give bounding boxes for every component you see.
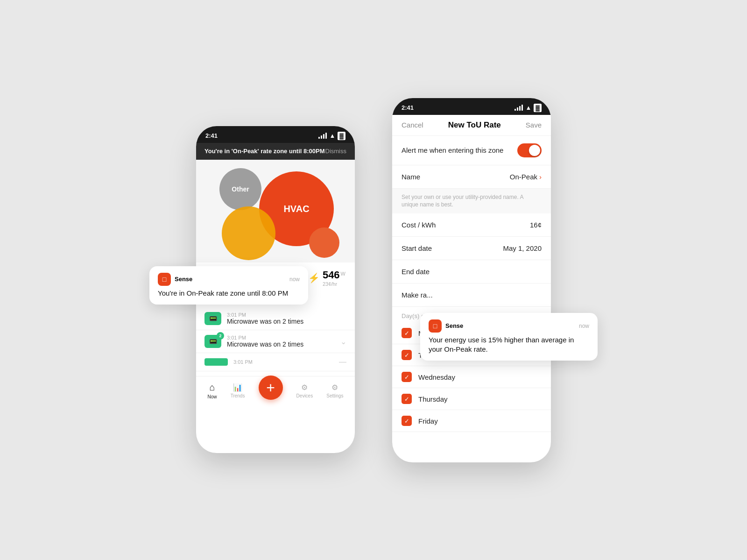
tuesday-checkbox: ✓ <box>402 350 412 360</box>
home-value: 546 <box>323 269 340 281</box>
minus-icon-3: — <box>339 358 346 366</box>
notification-card-1: □ Sense now You're in On-Peak rate zone … <box>149 266 308 305</box>
day-friday[interactable]: ✓ Friday <box>392 410 551 432</box>
nav-trends[interactable]: 📊 Trends <box>231 383 245 398</box>
peak-banner: You're in 'On-Peak' rate zone until 8:00… <box>196 143 355 160</box>
notif-appname-1: Sense <box>175 276 286 283</box>
status-bar-right: 2:41 ▲ ▓ <box>392 98 551 115</box>
cost-label: Cost / kWh <box>402 221 436 229</box>
thursday-label: Thursday <box>418 395 448 403</box>
end-label: End date <box>402 268 430 276</box>
activity-item-2[interactable]: 📟 2 3:01 PM Microwave was on 2 times ⌄ <box>196 330 355 353</box>
bubble-chart: HVAC Other <box>196 160 355 262</box>
devices-icon: ⚙ <box>301 383 308 392</box>
end-date-row[interactable]: End date <box>392 260 551 284</box>
main-container: 2:41 ▲ ▓ You're in 'On-Peak' rate zone u… <box>196 98 551 462</box>
activity-text-1: Microwave was on 2 times <box>227 318 346 325</box>
activity-time-3: 3:01 PM <box>233 359 333 365</box>
nav-now-label: Now <box>208 394 217 399</box>
activity-item-1[interactable]: 📟 3:01 PM Microwave was on 2 times <box>196 307 355 330</box>
name-hint: Set your own or use your utility-provide… <box>392 189 551 214</box>
name-row[interactable]: Name On-Peak › <box>392 165 551 189</box>
wednesday-checkbox: ✓ <box>402 372 412 382</box>
device-icon-1: 📟 <box>204 312 221 325</box>
day-wednesday[interactable]: ✓ Wednesday <box>392 366 551 388</box>
nav-settings[interactable]: ⚙ Settings <box>326 383 343 398</box>
status-icons-left: ▲ ▓ <box>318 132 345 140</box>
device-icon-2: 📟 2 <box>204 335 221 348</box>
make-rate-label: Make ra... <box>402 291 433 299</box>
day-thursday[interactable]: ✓ Thursday <box>392 388 551 410</box>
signal-icon <box>318 133 327 139</box>
add-fab-button[interactable]: + <box>259 376 283 400</box>
notif-body-2: Your energy use is 15% higher than avera… <box>429 335 589 354</box>
nav-devices-label: Devices <box>296 393 313 398</box>
status-icons-right: ▲ ▓ <box>514 104 542 112</box>
activity-info-1: 3:01 PM Microwave was on 2 times <box>227 312 346 325</box>
activity-item-3[interactable]: 3:01 PM — <box>196 353 355 371</box>
time-right: 2:41 <box>402 104 414 111</box>
cost-row[interactable]: Cost / kWh 16¢ <box>392 213 551 237</box>
cancel-button[interactable]: Cancel <box>402 121 423 129</box>
toggle-knob <box>529 145 540 156</box>
friday-label: Friday <box>418 417 438 425</box>
nav-devices[interactable]: ⚙ Devices <box>296 383 313 398</box>
home-unit: W <box>341 271 345 276</box>
start-date-row[interactable]: Start date May 1, 2020 <box>392 237 551 260</box>
battery-icon: ▓ <box>338 132 345 140</box>
notif-appname-2: Sense <box>445 322 575 329</box>
phone-right: 2:41 ▲ ▓ Cancel New ToU Rate Save <box>392 98 551 462</box>
home-rate: 23¢/hr <box>323 281 345 287</box>
microwave-icon-1: 📟 <box>209 315 217 322</box>
home-bolt-icon: ⚡ <box>308 272 320 284</box>
microwave-icon-2: 📟 <box>209 338 217 345</box>
notif-time-2: now <box>579 323 589 329</box>
friday-checkbox: ✓ <box>402 416 412 426</box>
chevron-down-icon-2: ⌄ <box>340 337 346 346</box>
start-value: May 1, 2020 <box>503 244 542 252</box>
device-icon-3 <box>204 358 228 366</box>
wifi-icon-r: ▲ <box>525 104 531 111</box>
nav-now[interactable]: ⌂ Now <box>208 382 217 399</box>
sense-app-icon-1: □ <box>158 273 171 286</box>
sense-icon-1: □ <box>162 276 166 283</box>
save-button[interactable]: Save <box>526 121 542 129</box>
settings-icon: ⚙ <box>331 383 338 392</box>
alert-label: Alert me when entering this zone <box>402 146 503 154</box>
nav-settings-label: Settings <box>326 393 343 398</box>
other-bubble: Other <box>219 168 261 210</box>
tou-title: New ToU Rate <box>448 121 501 130</box>
badge-2: 2 <box>217 332 224 340</box>
notification-card-2: □ Sense now Your energy use is 15% highe… <box>420 313 598 361</box>
home-icon: ⌂ <box>210 382 215 393</box>
plus-icon: + <box>266 380 275 395</box>
home-stat: ⚡ 546 W 23¢/hr <box>308 269 345 287</box>
activity-time-1: 3:01 PM <box>227 312 346 318</box>
sense-icon-2: □ <box>433 322 437 330</box>
activity-text-2: Microwave was on 2 times <box>227 340 335 348</box>
wednesday-label: Wednesday <box>418 373 455 381</box>
alert-toggle[interactable] <box>517 143 542 157</box>
activity-info-2: 3:01 PM Microwave was on 2 times <box>227 335 335 348</box>
notif-header-1: □ Sense now <box>158 273 300 286</box>
notif-header-2: □ Sense now <box>429 319 589 333</box>
notif-time-1: now <box>289 276 300 283</box>
status-bar-left: 2:41 ▲ ▓ <box>196 126 355 143</box>
hvac-label: HVAC <box>283 204 309 214</box>
name-value-text: On-Peak <box>510 173 537 181</box>
bottom-nav: ⌂ Now 📊 Trends + ⚙ Devices ⚙ Settings <box>196 376 355 407</box>
dismiss-button[interactable]: Dismiss <box>325 148 347 155</box>
activity-info-3: 3:01 PM <box>233 359 333 365</box>
thursday-checkbox: ✓ <box>402 394 412 404</box>
small-red-bubble <box>309 227 339 258</box>
make-rate-row[interactable]: Make ra... <box>392 284 551 307</box>
orange-bubble <box>222 206 275 260</box>
name-label: Name <box>402 173 420 181</box>
cost-value: 16¢ <box>530 221 542 229</box>
other-label: Other <box>232 185 249 193</box>
banner-message: You're in 'On-Peak' rate zone until 8:00… <box>204 148 325 156</box>
sense-app-icon-2: □ <box>429 319 442 333</box>
monday-checkbox: ✓ <box>402 328 412 338</box>
battery-icon-r: ▓ <box>534 104 542 112</box>
trends-icon: 📊 <box>233 383 242 392</box>
